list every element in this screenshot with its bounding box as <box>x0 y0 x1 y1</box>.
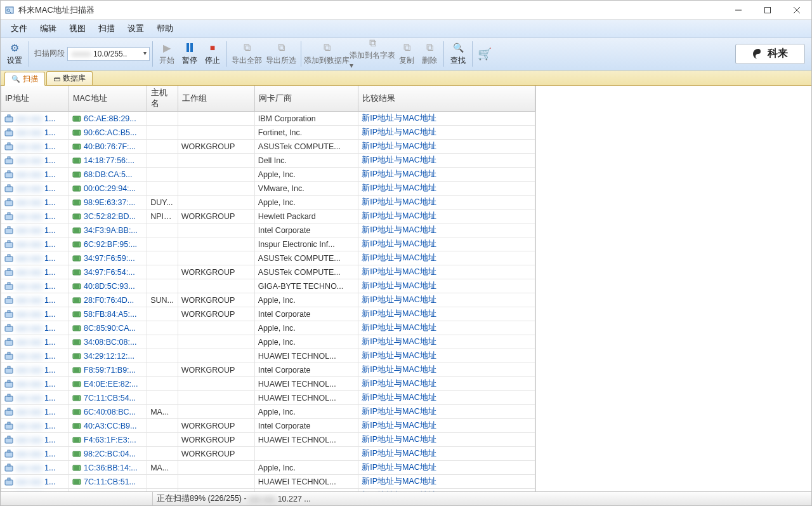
table-row[interactable]: xxx xxx1...6C:40:08:BC...MA...Apple, Inc… <box>1 405 535 419</box>
ip-cell: 1... <box>44 142 55 151</box>
table-row[interactable]: xxx xxx1...90:6C:AC:B5...Fortinet, Inc.新… <box>1 126 535 140</box>
mac-cell: 98:9E:63:37:... <box>84 198 135 207</box>
table-row[interactable]: xxx xxx1...14:18:77:56:...Dell Inc.新IP地址… <box>1 154 535 168</box>
table-row[interactable]: xxx xxx1...7C:11:CB:51...HUAWEI TECHNOL.… <box>1 475 535 489</box>
tabbar: 🔍扫描 🗃数据库 <box>1 70 811 86</box>
svg-rect-104 <box>8 338 10 340</box>
host-icon <box>4 394 13 403</box>
minimize-button[interactable] <box>724 1 753 20</box>
svg-rect-20 <box>8 143 10 145</box>
table-row[interactable]: xxx xxx1...1C:36:BB:14:...MA...Apple, In… <box>1 461 535 475</box>
nic-icon <box>72 240 81 249</box>
table-row[interactable]: xxx xxx1...34:29:12:12:...HUAWEI TECHNOL… <box>1 349 535 363</box>
nic-icon <box>72 226 81 235</box>
table-row[interactable]: xxx xxx1...6C:92:BF:95:...Inspur Electro… <box>1 237 535 251</box>
host-icon <box>4 408 13 416</box>
find-button[interactable]: 查找 <box>447 39 469 69</box>
result-cell: 新IP地址与MAC地址 <box>362 127 436 138</box>
table-row[interactable]: xxx xxx1...34:97:F6:59:...ASUSTek COMPUT… <box>1 251 535 265</box>
vendor-cell: Apple, Inc. <box>258 338 296 347</box>
workgroup-cell: WORKGROUP <box>181 449 235 458</box>
start-button[interactable]: 开始 <box>155 39 178 69</box>
svg-rect-103 <box>5 340 13 345</box>
table-row[interactable]: xxx xxx1...40:A3:CC:B9...WORKGROUPIntel … <box>1 419 535 433</box>
menu-settings[interactable]: 设置 <box>121 21 150 36</box>
add-to-database-button[interactable]: 添加到数据库 <box>304 39 350 69</box>
table-row[interactable]: xxx xxx1...00:0C:29:94:...VMware, Inc.新I… <box>1 182 535 196</box>
pause-button[interactable]: 暂停 <box>178 39 201 69</box>
menu-view[interactable]: 视图 <box>63 21 92 36</box>
result-cell: 新IP地址与MAC地址 <box>362 295 436 305</box>
table-row[interactable]: xxx xxx1...40:B0:76:7F:...WORKGROUPASUST… <box>1 140 535 154</box>
table-row[interactable]: xxx xxx1...58:FB:84:A5:...WORKGROUPIntel… <box>1 307 535 321</box>
menu-file[interactable]: 文件 <box>4 21 34 36</box>
menubar: 文件 编辑 视图 扫描 设置 帮助 <box>1 20 811 37</box>
col-workgroup[interactable]: 工作组 <box>178 86 254 112</box>
add-to-namelist-button[interactable]: 添加到名字表▾ <box>350 39 395 69</box>
table-row[interactable]: xxx xxx1...40:8D:5C:93...GIGA-BYTE TECHN… <box>1 279 535 293</box>
mac-cell: 34:08:BC:08:... <box>84 338 136 347</box>
table-row[interactable]: xxx xxx1...3C:52:82:BD...NPIB...WORKGROU… <box>1 210 535 223</box>
result-cell: 新IP地址与MAC地址 <box>362 239 436 250</box>
table-row[interactable]: xxx xxx1...98:2C:BC:04...WORKGROUP新IP地址与… <box>1 447 535 461</box>
table-row[interactable]: xxx xxx1...68:DB:CA:5...Apple, Inc.新IP地址… <box>1 168 535 182</box>
menu-edit[interactable]: 编辑 <box>34 21 63 36</box>
table-row[interactable]: xxx xxx1...98:9E:63:37:...DUY...Apple, I… <box>1 196 535 210</box>
svg-rect-133 <box>5 410 13 415</box>
host-icon <box>4 477 13 486</box>
tab-database[interactable]: 🗃数据库 <box>46 71 93 85</box>
col-mac[interactable]: MAC地址 <box>69 86 147 112</box>
table-row[interactable]: xxx xxx1...34:F3:9A:BB:...Intel Corporat… <box>1 223 535 237</box>
svg-rect-67 <box>5 256 13 262</box>
result-cell: 新IP地址与MAC地址 <box>362 267 436 277</box>
col-ip[interactable]: IP地址 <box>1 86 69 112</box>
workgroup-cell: WORKGROUP <box>181 436 235 444</box>
table-row[interactable]: xxx xxx1...7C:11:CB:54...HUAWEI TECHNOL.… <box>1 391 535 405</box>
stop-button[interactable]: 停止 <box>201 39 224 69</box>
brand-logo-icon <box>752 48 764 60</box>
svg-rect-44 <box>8 199 10 201</box>
tab-scan[interactable]: 🔍扫描 <box>4 72 45 86</box>
stop-icon <box>210 41 215 54</box>
scan-range-dropdown[interactable]: xxxxx 10.0/255.. <box>67 47 150 61</box>
table-row[interactable]: xxx xxx1...34:08:BC:08:...Apple, Inc.新IP… <box>1 335 535 349</box>
vendor-cell: VMware, Inc. <box>258 184 304 193</box>
table-row[interactable]: xxx xxx1...28:F0:76:4D...SUN...WORKGROUP… <box>1 293 535 307</box>
mac-cell: 6C:AE:8B:29... <box>84 114 136 123</box>
vendor-cell: Intel Corporate <box>258 310 311 319</box>
delete-button[interactable]: 删除 <box>418 39 441 69</box>
toolbar-settings-button[interactable]: 设置 <box>3 39 26 69</box>
brand-badge[interactable]: 科来 <box>735 44 805 64</box>
results-table-scroll[interactable]: IP地址 MAC地址 主机名 工作组 网卡厂商 比较结果 xxx xxx1...… <box>1 86 536 491</box>
table-row[interactable]: xxx xxx1...F4:63:1F:E3:...WORKGROUPHUAWE… <box>1 433 535 447</box>
menu-scan[interactable]: 扫描 <box>92 21 121 36</box>
mac-cell: 1C:36:BB:14:... <box>84 463 138 472</box>
ip-cell: 1... <box>44 380 55 389</box>
favorite-icon[interactable]: 🛒 <box>478 47 492 61</box>
table-row[interactable]: xxx xxx1...8C:85:90:CA...Apple, Inc.新IP地… <box>1 321 535 335</box>
svg-rect-38 <box>8 185 10 187</box>
database-icon: 🗃 <box>53 75 60 83</box>
svg-rect-79 <box>5 284 13 290</box>
export-all-button[interactable]: 导出全部 <box>230 39 264 69</box>
blank-panel <box>536 86 811 491</box>
toolbar: 设置 扫描网段 xxxxx 10.0/255.. 开始 暂停 停止 导出全部 导… <box>1 37 811 70</box>
maximize-button[interactable] <box>753 1 782 20</box>
export-selected-button[interactable]: 导出所选 <box>264 39 298 69</box>
svg-rect-92 <box>8 310 10 312</box>
table-row[interactable]: xxx xxx1...6C:AE:8B:29...IBM Corporation… <box>1 112 535 126</box>
nic-icon <box>72 156 81 165</box>
svg-rect-14 <box>8 129 10 131</box>
vendor-cell: Apple, Inc. <box>258 324 296 333</box>
copy-button[interactable]: 复制 <box>395 39 418 69</box>
menu-help[interactable]: 帮助 <box>150 21 180 36</box>
close-button[interactable] <box>782 1 811 20</box>
table-row[interactable]: xxx xxx1...F8:59:71:B9:...WORKGROUPIntel… <box>1 363 535 377</box>
ip-cell: 1... <box>44 240 55 249</box>
col-host[interactable]: 主机名 <box>147 86 178 112</box>
col-vendor[interactable]: 网卡厂商 <box>254 86 358 112</box>
vendor-cell: HUAWEI TECHNOL... <box>258 380 336 389</box>
col-result[interactable]: 比较结果 <box>358 86 535 112</box>
table-row[interactable]: xxx xxx1...E4:0E:EE:82:...HUAWEI TECHNOL… <box>1 377 535 391</box>
table-row[interactable]: xxx xxx1...34:97:F6:54:...WORKGROUPASUST… <box>1 265 535 279</box>
